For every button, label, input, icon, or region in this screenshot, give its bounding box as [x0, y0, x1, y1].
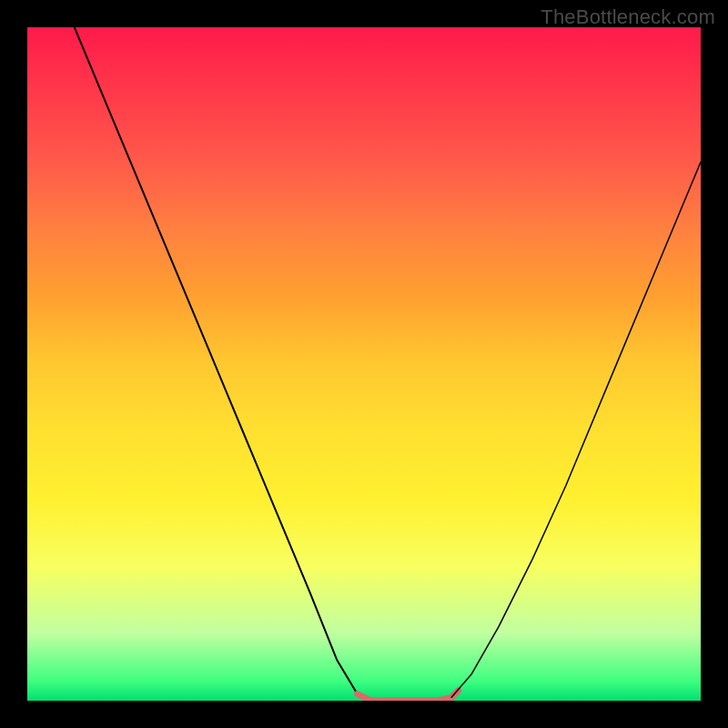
series-left-curve	[75, 27, 371, 701]
chart-canvas	[27, 27, 701, 701]
chart-svg	[27, 27, 701, 701]
series-trough	[358, 691, 459, 701]
series-right-curve	[451, 162, 701, 697]
watermark-text: TheBottleneck.com	[541, 5, 715, 29]
